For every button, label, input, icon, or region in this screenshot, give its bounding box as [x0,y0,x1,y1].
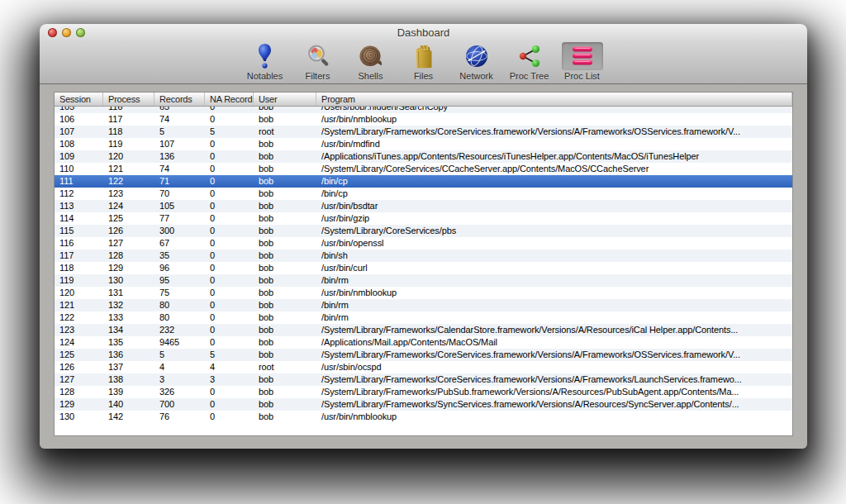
cell-records: 9465 [154,336,205,349]
cell-na-records: 0 [205,163,254,175]
column-header-session[interactable]: Session [55,93,103,106]
table-row[interactable]: 1091201360bob/Applications/iTunes.app/Co… [55,150,792,163]
table-row[interactable]: 112123700bob/bin/cp [55,188,792,200]
cell-program: /bin/cp [316,175,792,188]
column-header-program[interactable]: Program [316,93,792,106]
cell-records: 74 [154,113,205,126]
cell-na-records: 4 [205,361,254,373]
cell-process: 123 [103,188,154,200]
cell-user: bob [254,225,316,237]
cell-na-records: 0 [205,386,254,398]
cell-program: /System/Library/Frameworks/SyncServices.… [316,398,792,411]
table-row[interactable]: 119130950bob/bin/rm [55,274,792,287]
toolbar-item-proc-tree[interactable]: Proc Tree [508,42,551,81]
cell-records: 232 [154,324,205,336]
cell-process: 129 [103,262,154,274]
cell-program: /usr/bin/mdfind [316,138,792,150]
cell-user: bob [254,311,316,324]
cell-session: 123 [55,324,103,336]
cell-process: 140 [103,398,154,411]
toolbar-item-filters[interactable]: Filters [297,42,340,81]
cell-user: bob [254,175,316,188]
window-title: Dashboard [40,24,807,41]
cell-user: bob [254,287,316,299]
cell-na-records: 0 [205,324,254,336]
cell-user: bob [254,262,316,274]
table-row[interactable]: 117128350bob/bin/sh [55,250,792,262]
table-row-selected[interactable]: 111122710bob/bin/cp [55,175,792,188]
cell-user: bob [254,188,316,200]
toolbar-item-label: Proc Tree [510,71,549,81]
cell-process: 124 [103,200,154,212]
cell-na-records: 0 [205,188,254,200]
cell-process: 119 [103,138,154,150]
cell-session: 116 [55,237,103,250]
toolbar-item-shells[interactable]: Shells [349,42,392,81]
table-row[interactable]: 1131241050bob/usr/bin/bsdtar [55,200,792,212]
table-row[interactable]: 120131750bob/usr/bin/nmblookup [55,287,792,299]
cell-na-records: 0 [205,225,254,237]
cell-records: 5 [154,349,205,361]
table-row[interactable]: 10711855root/System/Library/Frameworks/C… [55,126,792,138]
table-row[interactable]: 12613744root/usr/sbin/ocspd [55,361,792,373]
cell-records: 700 [154,398,205,411]
cell-session: 114 [55,212,103,225]
cell-session: 118 [55,262,103,274]
zoom-button[interactable] [76,28,85,37]
window-controls [48,28,85,37]
cell-records: 35 [154,250,205,262]
cell-records: 77 [154,212,205,225]
table-row[interactable]: 1281393260bob/System/Library/Frameworks/… [55,386,792,398]
cell-records: 136 [154,150,205,163]
toolbar-item-label: Notables [247,71,283,81]
cell-na-records: 0 [205,398,254,411]
desktop-background: Dashboard NotablesFiltersShellsFilesNetw… [0,0,846,504]
titlebar[interactable]: Dashboard [40,24,807,40]
cell-na-records: 0 [205,250,254,262]
toolbar-item-notables[interactable]: Notables [244,42,287,81]
cell-session: 109 [55,150,103,163]
files-icon [403,42,444,70]
process-list-table: SessionProcessRecordsNA RecordsUserProgr… [54,92,793,436]
toolbar-item-label: Shells [359,71,383,81]
cell-process: 130 [103,274,154,287]
network-icon [456,42,497,70]
table-row[interactable]: 1081191070bob/usr/bin/mdfind [55,138,792,150]
table-row[interactable]: 106117740bob/usr/bin/nmblookup [55,113,792,126]
toolbar-item-proc-list[interactable]: Proc List [561,42,604,81]
column-header-process[interactable]: Process [103,93,154,106]
close-button[interactable] [48,28,57,37]
cell-na-records: 0 [205,237,254,250]
cell-program: /bin/sh [316,250,792,262]
table-row[interactable]: 122133800bob/bin/rm [55,311,792,324]
minimize-button[interactable] [62,28,71,37]
table-row[interactable]: 121132800bob/bin/rm [55,299,792,311]
table-row[interactable]: 12413594650bob/Applications/Mail.app/Con… [55,336,792,349]
table-row[interactable]: 12513655bob/System/Library/Frameworks/Co… [55,349,792,361]
table-row[interactable]: 116127670bob/usr/bin/openssl [55,237,792,250]
table-row[interactable]: 12713833bob/System/Library/Frameworks/Co… [55,373,792,386]
table-row[interactable]: 110121740bob/System/Library/CoreServices… [55,163,792,175]
column-header-user[interactable]: User [254,93,316,106]
cell-na-records: 0 [205,274,254,287]
cell-process: 118 [103,126,154,138]
cell-na-records: 0 [205,311,254,324]
cell-session: 113 [55,200,103,212]
cell-program: /bin/rm [316,274,792,287]
cell-process: 139 [103,386,154,398]
cell-process: 142 [103,411,154,423]
table-row[interactable]: 130142760bob/usr/bin/nmblookup [55,411,792,423]
cell-process: 131 [103,287,154,299]
cell-program: /Applications/iTunes.app/Contents/Resour… [316,150,792,163]
toolbar-item-files[interactable]: Files [402,42,445,81]
column-header-na-records[interactable]: NA Records [205,93,254,106]
cell-process: 121 [103,163,154,175]
table-row[interactable]: 114125770bob/usr/bin/gzip [55,212,792,225]
column-header-records[interactable]: Records [154,93,205,106]
toolbar-item-network[interactable]: Network [455,42,498,81]
table-row[interactable]: 1291407000bob/System/Library/Frameworks/… [55,398,792,411]
toolbar-item-label: Network [459,71,492,81]
table-row[interactable]: 1231342320bob/System/Library/Frameworks/… [55,324,792,336]
table-row[interactable]: 118129960bob/usr/bin/curl [55,262,792,274]
table-row[interactable]: 1151263000bob/System/Library/CoreService… [55,225,792,237]
